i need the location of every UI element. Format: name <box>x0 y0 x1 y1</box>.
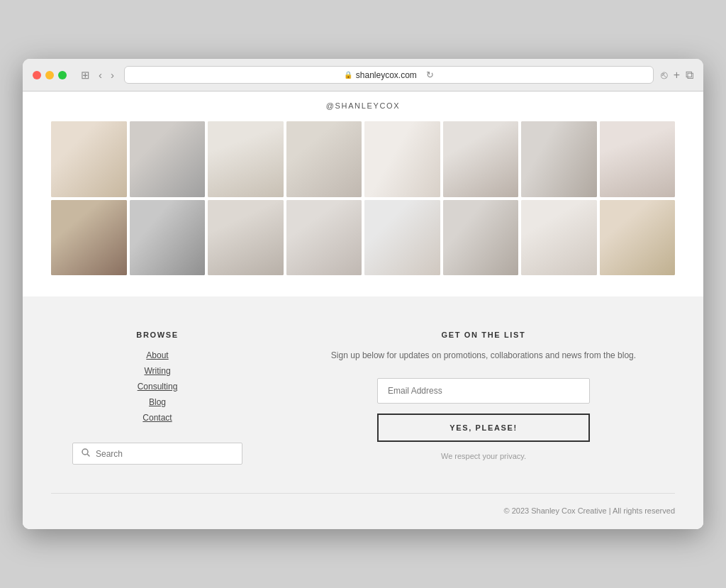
browser-window: ⊞ ‹ › 🔒 shanleycox.com ↻ ⎋ + ⧉ @SHANLEYC… <box>23 59 703 529</box>
page-content: @SHANLEYCOX <box>23 91 703 529</box>
footer-copyright: © 2023 Shanley Cox Creative | All rights… <box>51 493 675 515</box>
photo-thumbnail <box>51 200 127 276</box>
photo-thumbnail <box>130 121 206 197</box>
list-item[interactable] <box>521 121 597 197</box>
tabs-button[interactable]: ⧉ <box>686 69 693 82</box>
new-tab-button[interactable]: + <box>674 69 680 82</box>
footer-nav: About Writing Consulting Blog Contact <box>51 350 264 423</box>
svg-point-0 <box>82 449 88 455</box>
submit-btn-wrapper: YES, PLEASE! <box>292 414 675 442</box>
list-item[interactable] <box>130 200 206 276</box>
forward-button[interactable]: › <box>108 67 117 82</box>
search-icon <box>82 448 90 459</box>
list-item[interactable] <box>208 200 284 276</box>
browser-chrome: ⊞ ‹ › 🔒 shanleycox.com ↻ ⎋ + ⧉ <box>23 59 703 91</box>
photo-thumbnail <box>130 200 206 276</box>
list-item[interactable] <box>443 200 519 276</box>
nav-link-about[interactable]: About <box>146 350 168 360</box>
privacy-note: We respect your privacy. <box>292 452 675 460</box>
list-item[interactable] <box>286 121 362 197</box>
address-bar[interactable]: 🔒 shanleycox.com ↻ <box>124 66 654 84</box>
list-item[interactable] <box>286 200 362 276</box>
list-item[interactable] <box>51 200 127 276</box>
browse-title: BROWSE <box>51 331 264 339</box>
browser-actions: ⎋ + ⧉ <box>661 69 693 82</box>
list-item[interactable] <box>600 200 676 276</box>
footer-main: BROWSE About Writing Consulting Blog Con… <box>51 331 675 465</box>
newsletter-title: GET ON THE LIST <box>292 331 675 339</box>
photo-thumbnail <box>600 200 676 276</box>
search-input[interactable] <box>96 449 233 459</box>
email-input[interactable] <box>377 378 590 404</box>
copyright-text: © 2023 Shanley Cox Creative | All rights… <box>504 506 675 515</box>
url-text: shanleycox.com <box>356 70 417 80</box>
photo-thumbnail <box>286 200 362 276</box>
footer-browse-section: BROWSE About Writing Consulting Blog Con… <box>51 331 264 465</box>
list-item[interactable] <box>364 200 440 276</box>
submit-button[interactable]: YES, PLEASE! <box>377 414 590 442</box>
list-item[interactable] <box>208 121 284 197</box>
nav-link-contact[interactable]: Contact <box>143 413 172 423</box>
minimize-button[interactable] <box>45 71 54 79</box>
list-item[interactable] <box>364 121 440 197</box>
newsletter-description: Sign up below for updates on promotions,… <box>292 349 675 362</box>
nav-link-consulting[interactable]: Consulting <box>138 382 178 392</box>
browser-controls: ⊞ ‹ › <box>78 67 117 83</box>
list-item[interactable] <box>600 121 676 197</box>
photo-grid <box>23 117 703 296</box>
back-button[interactable]: ‹ <box>96 67 105 82</box>
list-item[interactable] <box>130 121 206 197</box>
share-button[interactable]: ⎋ <box>661 69 668 82</box>
footer: BROWSE About Writing Consulting Blog Con… <box>23 296 703 529</box>
fullscreen-button[interactable] <box>58 71 67 79</box>
nav-link-blog[interactable]: Blog <box>149 397 166 407</box>
photo-thumbnail <box>364 200 440 276</box>
sidebar-toggle-button[interactable]: ⊞ <box>78 67 93 83</box>
list-item[interactable] <box>443 121 519 197</box>
list-item[interactable] <box>51 121 127 197</box>
footer-newsletter-section: GET ON THE LIST Sign up below for update… <box>292 331 675 465</box>
photo-thumbnail <box>208 121 284 197</box>
lock-icon: 🔒 <box>344 71 352 79</box>
photo-thumbnail <box>443 121 519 197</box>
traffic-lights <box>33 71 67 79</box>
list-item[interactable] <box>521 200 597 276</box>
search-bar <box>72 443 242 465</box>
photo-thumbnail <box>286 121 362 197</box>
nav-link-writing[interactable]: Writing <box>144 366 170 376</box>
svg-line-1 <box>88 455 90 457</box>
photo-thumbnail <box>521 200 597 276</box>
close-button[interactable] <box>33 71 41 79</box>
ig-handle: @SHANLEYCOX <box>23 91 703 117</box>
photo-thumbnail <box>51 121 127 197</box>
email-input-wrapper <box>292 378 675 404</box>
photo-thumbnail <box>600 121 676 197</box>
photo-thumbnail <box>443 200 519 276</box>
photo-thumbnail <box>208 200 284 276</box>
reload-icon[interactable]: ↻ <box>426 70 434 80</box>
photo-thumbnail <box>521 121 597 197</box>
photo-thumbnail <box>364 121 440 197</box>
